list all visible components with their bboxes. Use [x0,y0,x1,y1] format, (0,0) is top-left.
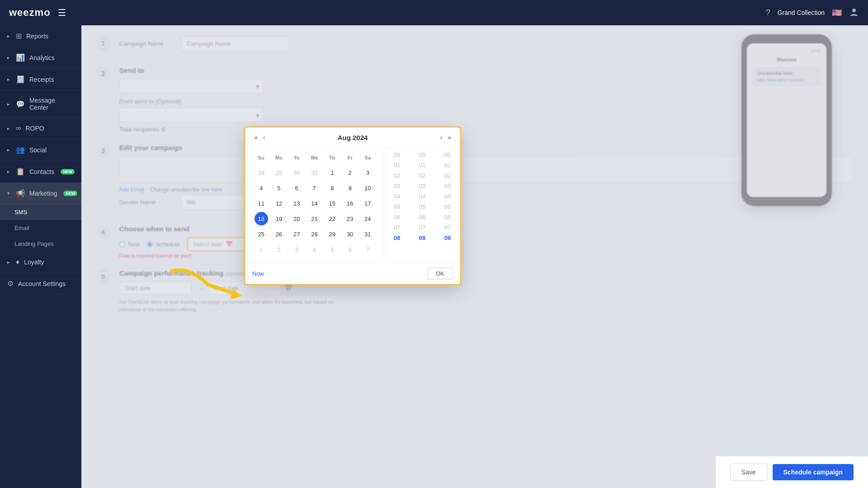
cal-day[interactable]: 25 [255,227,268,241]
cal-next-month-btn[interactable]: › [439,133,444,142]
schedule-campaign-button[interactable]: Schedule campaign [773,464,854,480]
time-item[interactable]: 00 [410,150,435,160]
cal-day[interactable]: 3 [290,243,303,256]
time-item[interactable]: 06 [435,212,460,222]
cal-day[interactable]: 2 [272,243,286,256]
sidebar-item-contacts[interactable]: ▸ 📋 Contacts NEW [0,161,81,183]
time-item[interactable]: 07 [384,222,410,233]
time-item[interactable]: 04 [410,191,435,202]
time-item[interactable]: 07 [435,222,460,233]
cal-day[interactable]: 4 [307,243,321,256]
time-item[interactable]: 00 [384,150,410,160]
cal-day[interactable]: 27 [290,227,303,241]
sidebar-item-message-center[interactable]: ▸ 💬 Message Center [0,90,81,118]
cal-day[interactable]: 7 [361,243,374,256]
time-item[interactable]: 05 [435,202,460,212]
sidebar-sub-email[interactable]: Email [0,220,81,236]
cal-prev-year-btn[interactable]: « [252,133,259,142]
cal-day[interactable]: 11 [255,197,268,210]
time-item[interactable]: 06 [410,212,435,222]
time-item[interactable]: 05 [410,202,435,212]
cal-month-year: Aug 2024 [338,134,368,141]
time-item[interactable]: 00 [435,150,460,160]
user-icon[interactable] [849,7,859,19]
time-item-selected[interactable]: 08 [435,233,460,243]
sidebar-item-loyalty[interactable]: ▸ ♦ Loyalty [0,252,81,273]
cal-day[interactable]: 6 [290,181,303,195]
flag-icon[interactable]: 🇺🇸 [832,8,842,18]
cal-day[interactable]: 2 [343,166,357,179]
time-item[interactable]: 02 [384,170,410,181]
sidebar-sub-landing[interactable]: Landing Pages [0,236,81,252]
cal-day[interactable]: 5 [326,243,339,256]
cal-day[interactable]: 5 [272,181,286,195]
cal-day[interactable]: 26 [272,227,286,241]
sidebar-item-social[interactable]: ▸ 👥 Social [0,139,81,161]
time-item-selected[interactable]: 08 [410,233,435,243]
cal-day[interactable]: 20 [290,212,303,225]
cal-month: Aug [338,134,351,141]
cal-day[interactable]: 22 [326,212,339,225]
sidebar-item-marketing[interactable]: ▾ 📢 Marketing NEW [0,183,81,204]
cal-day[interactable]: 8 [326,181,339,195]
sidebar-item-reports[interactable]: ▸ ⊞ Reports [0,25,81,47]
time-item[interactable]: 06 [384,212,410,222]
time-item[interactable]: 01 [384,160,410,170]
cal-day[interactable]: 29 [326,227,339,241]
cal-day[interactable]: 17 [361,197,374,210]
cal-day[interactable]: 1 [255,243,268,256]
sidebar-item-analytics[interactable]: ▸ 📊 Analytics [0,47,81,69]
cal-day[interactable]: 29 [272,166,286,179]
time-item[interactable]: 03 [384,181,410,191]
cal-next-year-btn[interactable]: » [446,133,453,142]
cal-day[interactable]: 10 [361,181,374,195]
sidebar-item-receipts[interactable]: ▸ 🧾 Receipts [0,69,81,90]
day-header-th: Th [323,153,341,162]
cal-day[interactable]: 9 [343,181,357,195]
help-icon[interactable]: ? [766,8,770,18]
time-item[interactable]: 03 [410,181,435,191]
time-item[interactable]: 07 [410,222,435,233]
cal-year: 2024 [353,134,368,141]
time-item[interactable]: 04 [384,191,410,202]
time-item[interactable]: 02 [435,170,460,181]
hamburger-icon[interactable]: ☰ [58,7,66,18]
cal-day-today[interactable]: 18 [255,212,268,225]
cal-day[interactable]: 30 [290,166,303,179]
time-item[interactable]: 04 [435,191,460,202]
cal-day[interactable]: 19 [272,212,286,225]
cal-day[interactable]: 14 [307,197,321,210]
time-item[interactable]: 03 [435,181,460,191]
cal-day[interactable]: 31 [361,227,374,241]
cal-day[interactable]: 3 [361,166,374,179]
calendar-header: « ‹ Aug 2024 › » [245,127,460,148]
time-item-selected[interactable]: 08 [384,233,410,243]
cal-day[interactable]: 21 [307,212,321,225]
cal-day[interactable]: 6 [343,243,357,256]
save-button[interactable]: Save [730,464,767,481]
day-header-mo: Mo [270,153,288,162]
cal-now-btn[interactable]: Now [252,270,264,277]
cal-day[interactable]: 16 [343,197,357,210]
time-item[interactable]: 05 [384,202,410,212]
cal-day[interactable]: 13 [290,197,303,210]
cal-day[interactable]: 28 [307,227,321,241]
cal-day[interactable]: 7 [307,181,321,195]
time-item[interactable]: 02 [410,170,435,181]
sidebar-sub-sms[interactable]: SMS [0,204,81,220]
sidebar-item-account-settings[interactable]: ⚙ Account Settings [0,273,81,295]
time-item[interactable]: 01 [410,160,435,170]
cal-day[interactable]: 28 [255,166,268,179]
cal-prev-month-btn[interactable]: ‹ [261,133,267,142]
cal-day[interactable]: 12 [272,197,286,210]
cal-ok-btn[interactable]: OK [427,267,453,280]
cal-day[interactable]: 31 [307,166,321,179]
cal-day[interactable]: 24 [361,212,374,225]
time-item[interactable]: 01 [435,160,460,170]
cal-day[interactable]: 1 [326,166,339,179]
cal-day[interactable]: 30 [343,227,357,241]
cal-day[interactable]: 4 [255,181,268,195]
sidebar-item-ropo[interactable]: ▸ ∞ ROPO [0,118,81,139]
cal-day[interactable]: 15 [326,197,339,210]
cal-day[interactable]: 23 [343,212,357,225]
